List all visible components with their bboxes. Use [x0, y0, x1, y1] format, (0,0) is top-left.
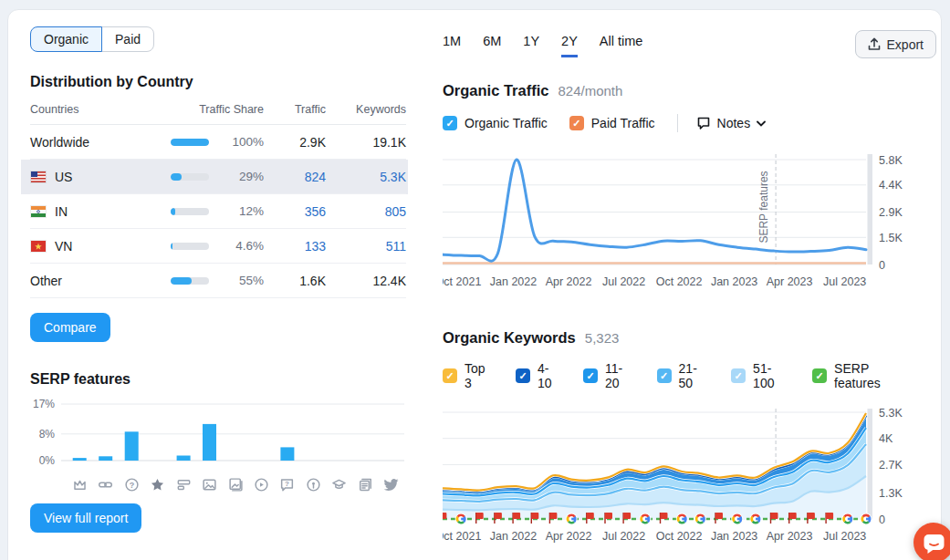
google-update-marker[interactable] — [676, 513, 688, 525]
svg-text:2.9K: 2.9K — [879, 206, 903, 219]
serp-bar-image — [203, 424, 216, 461]
note-flag-marker[interactable] — [808, 513, 815, 524]
time-range-tabs: 1M6M1Y2YAll time — [443, 23, 642, 57]
keywords-value: 12.4K — [326, 274, 406, 288]
country-row-us[interactable]: US29%8245.3K — [30, 160, 406, 194]
note-flag-marker[interactable] — [661, 513, 668, 524]
note-flag-marker[interactable] — [476, 513, 484, 524]
tab-6m[interactable]: 6M — [483, 34, 501, 57]
tab-2y[interactable]: 2Y — [561, 34, 578, 57]
google-update-marker[interactable] — [639, 513, 651, 525]
organic-keywords-chart: 5.3K4K2.7K1.3K0Oct 2021Jan 2022Apr 2022J… — [443, 396, 936, 556]
checkbox-21-50[interactable]: ✓ — [657, 368, 672, 383]
legend-item-4-10[interactable]: ✓4-10 — [516, 361, 561, 390]
chat-bubble-icon — [924, 534, 945, 555]
organic-keywords-title-row: Organic Keywords 5,323 — [443, 329, 936, 347]
export-button[interactable]: Export — [855, 30, 936, 58]
keywords-value[interactable]: 805 — [326, 204, 406, 219]
svg-text:Jul 2022: Jul 2022 — [602, 275, 645, 288]
note-flag-marker[interactable] — [789, 513, 797, 524]
note-flag-marker[interactable] — [771, 513, 778, 524]
google-update-marker[interactable] — [566, 513, 578, 525]
tab-1y[interactable]: 1Y — [523, 34, 539, 57]
country-row-other[interactable]: Other55%1.6K12.4K — [30, 264, 406, 298]
checkbox-paid-traffic[interactable]: ✓ — [569, 116, 584, 130]
organic-traffic-chart: 5.8K4.4K2.9K1.5K0SERP featuresOct 2021Ja… — [443, 141, 936, 300]
traffic-value[interactable]: 824 — [264, 170, 326, 184]
organic-traffic-line — [443, 160, 866, 261]
svg-text:0%: 0% — [39, 454, 56, 467]
image-pack-icon — [223, 477, 248, 493]
traffic-value[interactable]: 133 — [264, 239, 326, 254]
organic-traffic-title: Organic Traffic — [443, 82, 548, 99]
legend-item-top-3[interactable]: ✓Top 3 — [443, 361, 494, 390]
google-update-marker[interactable] — [731, 513, 743, 525]
legend-label: 4-10 — [538, 361, 561, 390]
chevron-down-icon — [757, 120, 766, 127]
note-flag-marker[interactable] — [443, 513, 446, 524]
notes-dropdown[interactable]: Notes — [696, 116, 767, 130]
note-flag-marker[interactable] — [549, 513, 557, 524]
checkbox-serp-features[interactable]: ✓ — [812, 368, 827, 383]
svg-text:5.3K: 5.3K — [879, 407, 903, 420]
toggle-paid[interactable]: Paid — [101, 26, 154, 52]
note-flag-marker[interactable] — [513, 513, 520, 524]
checkbox-4-10[interactable]: ✓ — [516, 368, 530, 383]
svg-text:Jul 2023: Jul 2023 — [823, 530, 866, 543]
legend-item-21-50[interactable]: ✓21-50 — [657, 361, 710, 390]
country-row-worldwide[interactable]: Worldwide100%2.9K19.1K — [30, 125, 406, 160]
keywords-value[interactable]: 5.3K — [326, 170, 406, 184]
right-panel: 1M6M1Y2YAll time Export Organic Traffic … — [443, 23, 936, 556]
note-flag-marker[interactable] — [715, 513, 723, 524]
google-update-marker[interactable] — [694, 513, 706, 525]
traffic-value: 1.6K — [264, 274, 326, 288]
note-flag-marker[interactable] — [826, 513, 833, 524]
svg-text:4K: 4K — [879, 432, 893, 445]
view-full-report-button[interactable]: View full report — [30, 503, 141, 533]
google-update-marker[interactable] — [861, 513, 872, 525]
checkbox-top-3[interactable]: ✓ — [443, 368, 457, 383]
knowledge-panel-icon — [327, 477, 352, 493]
note-flag-marker[interactable] — [587, 513, 594, 524]
traffic-share-bar — [171, 243, 213, 250]
news-icon — [352, 477, 378, 493]
legend-label: 21-50 — [679, 361, 710, 390]
serp-bar-people-also-ask — [125, 431, 139, 461]
legend-item-51-100[interactable]: ✓51-100 — [731, 361, 790, 390]
serp-bar-featured-snippet — [177, 456, 191, 461]
checkbox-organic-traffic[interactable]: ✓ — [443, 116, 457, 130]
legend-item-organic-traffic[interactable]: ✓Organic Traffic — [443, 116, 548, 130]
toggle-organic[interactable]: Organic — [30, 26, 102, 52]
keywords-value[interactable]: 511 — [326, 239, 406, 254]
legend-label: 11-20 — [605, 361, 635, 390]
reviews-icon — [144, 477, 170, 493]
country-name-cell: US — [30, 170, 171, 184]
google-update-marker[interactable] — [750, 513, 762, 525]
google-update-marker[interactable] — [841, 513, 853, 525]
country-row-vn[interactable]: VN4.6%133511 — [30, 229, 406, 264]
svg-text:Jan 2023: Jan 2023 — [711, 530, 757, 543]
country-row-in[interactable]: IN12%356805 — [30, 194, 406, 229]
legend-item-11-20[interactable]: ✓11-20 — [583, 361, 635, 390]
traffic-value[interactable]: 356 — [264, 204, 326, 219]
left-panel: OrganicPaid Distribution by Country Coun… — [30, 26, 406, 533]
note-flag-marker[interactable] — [495, 513, 502, 524]
tab-all-time[interactable]: All time — [600, 34, 643, 57]
note-flag-marker[interactable] — [605, 513, 612, 524]
checkbox-51-100[interactable]: ✓ — [731, 368, 746, 383]
legend-item-serp-features[interactable]: ✓SERP features — [812, 361, 914, 390]
compare-button[interactable]: Compare — [30, 313, 110, 342]
legend-item-paid-traffic[interactable]: ✓Paid Traffic — [569, 116, 655, 130]
checkbox-11-20[interactable]: ✓ — [583, 368, 598, 383]
traffic-share-value: 12% — [213, 204, 264, 218]
legend-label: 51-100 — [753, 361, 790, 390]
note-flag-marker[interactable] — [623, 513, 631, 524]
chat-widget-button[interactable] — [913, 523, 950, 560]
keywords-legend: ✓Top 3✓4-10✓11-20✓21-50✓51-100✓SERP feat… — [443, 361, 936, 390]
svg-text:0: 0 — [879, 259, 885, 272]
google-update-marker[interactable] — [455, 513, 467, 525]
traffic-value: 2.9K — [264, 135, 326, 150]
tab-1m[interactable]: 1M — [443, 34, 461, 57]
video-icon — [248, 477, 274, 493]
note-flag-marker[interactable] — [531, 513, 538, 524]
